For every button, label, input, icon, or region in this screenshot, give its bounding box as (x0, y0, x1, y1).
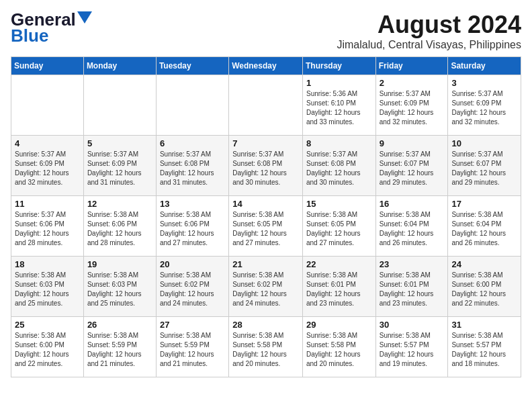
day-number: 12 (87, 199, 152, 209)
day-header-tuesday: Tuesday (156, 57, 228, 75)
day-number: 31 (451, 320, 517, 330)
calendar-cell: 18Sunrise: 5:38 AM Sunset: 6:03 PM Dayli… (11, 257, 84, 317)
day-number: 22 (306, 259, 372, 269)
calendar-cell: 11Sunrise: 5:37 AM Sunset: 6:06 PM Dayli… (11, 196, 84, 257)
day-info: Sunrise: 5:37 AM Sunset: 6:09 PM Dayligh… (451, 89, 517, 127)
day-info: Sunrise: 5:38 AM Sunset: 5:58 PM Dayligh… (306, 331, 372, 369)
calendar-cell: 30Sunrise: 5:38 AM Sunset: 5:57 PM Dayli… (375, 317, 448, 377)
day-info: Sunrise: 5:38 AM Sunset: 5:59 PM Dayligh… (160, 331, 225, 369)
calendar-cell: 13Sunrise: 5:38 AM Sunset: 6:06 PM Dayli… (156, 196, 228, 257)
day-number: 5 (87, 138, 152, 148)
calendar-cell: 26Sunrise: 5:38 AM Sunset: 5:59 PM Dayli… (83, 317, 156, 377)
day-number: 1 (306, 78, 372, 88)
day-info: Sunrise: 5:38 AM Sunset: 6:03 PM Dayligh… (15, 271, 80, 308)
day-number: 21 (232, 259, 299, 269)
day-number: 9 (380, 138, 445, 148)
logo-arrow-icon (77, 11, 92, 24)
calendar-week-row: 11Sunrise: 5:37 AM Sunset: 6:06 PM Dayli… (11, 196, 521, 257)
day-header-friday: Friday (375, 57, 448, 75)
calendar-cell: 25Sunrise: 5:38 AM Sunset: 6:00 PM Dayli… (11, 317, 84, 377)
day-number: 8 (306, 138, 372, 148)
title-block: August 2024 Jimalalud, Central Visayas, … (337, 11, 521, 51)
day-number: 6 (160, 138, 225, 148)
day-info: Sunrise: 5:36 AM Sunset: 6:10 PM Dayligh… (306, 89, 372, 127)
day-number: 15 (306, 199, 372, 209)
day-info: Sunrise: 5:37 AM Sunset: 6:07 PM Dayligh… (451, 150, 517, 187)
day-number: 30 (380, 320, 445, 330)
calendar-cell: 4Sunrise: 5:37 AM Sunset: 6:09 PM Daylig… (11, 136, 84, 196)
day-info: Sunrise: 5:37 AM Sunset: 6:09 PM Dayligh… (87, 150, 152, 187)
day-info: Sunrise: 5:38 AM Sunset: 6:06 PM Dayligh… (87, 210, 152, 248)
calendar-cell: 16Sunrise: 5:38 AM Sunset: 6:04 PM Dayli… (375, 196, 448, 257)
page-title: August 2024 (337, 11, 521, 39)
calendar-header-row: SundayMondayTuesdayWednesdayThursdayFrid… (11, 57, 521, 75)
day-number: 29 (306, 320, 372, 330)
day-info: Sunrise: 5:38 AM Sunset: 6:00 PM Dayligh… (15, 331, 80, 369)
calendar-cell: 7Sunrise: 5:37 AM Sunset: 6:08 PM Daylig… (229, 136, 303, 196)
calendar-cell: 17Sunrise: 5:38 AM Sunset: 6:04 PM Dayli… (448, 196, 521, 257)
calendar-cell: 21Sunrise: 5:38 AM Sunset: 6:02 PM Dayli… (229, 257, 303, 317)
day-info: Sunrise: 5:38 AM Sunset: 5:58 PM Dayligh… (232, 331, 299, 369)
calendar-cell: 19Sunrise: 5:38 AM Sunset: 6:03 PM Dayli… (83, 257, 156, 317)
day-info: Sunrise: 5:38 AM Sunset: 6:05 PM Dayligh… (232, 210, 299, 248)
day-number: 16 (380, 199, 445, 209)
calendar-cell: 3Sunrise: 5:37 AM Sunset: 6:09 PM Daylig… (448, 75, 521, 136)
day-info: Sunrise: 5:37 AM Sunset: 6:08 PM Dayligh… (160, 150, 225, 187)
page-subtitle: Jimalalud, Central Visayas, Philippines (337, 39, 521, 51)
day-number: 28 (232, 320, 299, 330)
day-number: 25 (15, 320, 80, 330)
calendar-cell: 9Sunrise: 5:37 AM Sunset: 6:07 PM Daylig… (375, 136, 448, 196)
day-info: Sunrise: 5:38 AM Sunset: 5:57 PM Dayligh… (451, 331, 517, 369)
day-info: Sunrise: 5:38 AM Sunset: 5:57 PM Dayligh… (380, 331, 445, 369)
day-info: Sunrise: 5:38 AM Sunset: 6:04 PM Dayligh… (380, 210, 445, 248)
day-number: 2 (380, 78, 445, 88)
day-info: Sunrise: 5:37 AM Sunset: 6:08 PM Dayligh… (306, 150, 372, 187)
day-header-monday: Monday (83, 57, 156, 75)
day-info: Sunrise: 5:38 AM Sunset: 6:02 PM Dayligh… (160, 271, 225, 308)
calendar-table: SundayMondayTuesdayWednesdayThursdayFrid… (11, 56, 521, 377)
day-number: 19 (87, 259, 152, 269)
calendar-cell: 27Sunrise: 5:38 AM Sunset: 5:59 PM Dayli… (156, 317, 228, 377)
day-number: 10 (451, 138, 517, 148)
calendar-cell: 24Sunrise: 5:38 AM Sunset: 6:00 PM Dayli… (448, 257, 521, 317)
calendar-week-row: 18Sunrise: 5:38 AM Sunset: 6:03 PM Dayli… (11, 257, 521, 317)
calendar-cell: 22Sunrise: 5:38 AM Sunset: 6:01 PM Dayli… (302, 257, 375, 317)
calendar-cell: 8Sunrise: 5:37 AM Sunset: 6:08 PM Daylig… (302, 136, 375, 196)
day-header-wednesday: Wednesday (229, 57, 303, 75)
calendar-cell (11, 75, 84, 136)
calendar-cell: 5Sunrise: 5:37 AM Sunset: 6:09 PM Daylig… (83, 136, 156, 196)
day-info: Sunrise: 5:37 AM Sunset: 6:08 PM Dayligh… (232, 150, 299, 187)
day-info: Sunrise: 5:38 AM Sunset: 6:03 PM Dayligh… (87, 271, 152, 308)
calendar-week-row: 1Sunrise: 5:36 AM Sunset: 6:10 PM Daylig… (11, 75, 521, 136)
day-info: Sunrise: 5:38 AM Sunset: 6:01 PM Dayligh… (380, 271, 445, 308)
calendar-cell: 15Sunrise: 5:38 AM Sunset: 6:05 PM Dayli… (302, 196, 375, 257)
day-header-saturday: Saturday (448, 57, 521, 75)
page-header: General Blue August 2024 Jimalalud, Cent… (11, 11, 521, 51)
day-number: 4 (15, 138, 80, 148)
calendar-cell (229, 75, 303, 136)
day-number: 26 (87, 320, 152, 330)
calendar-week-row: 4Sunrise: 5:37 AM Sunset: 6:09 PM Daylig… (11, 136, 521, 196)
calendar-cell: 20Sunrise: 5:38 AM Sunset: 6:02 PM Dayli… (156, 257, 228, 317)
calendar-week-row: 25Sunrise: 5:38 AM Sunset: 6:00 PM Dayli… (11, 317, 521, 377)
day-info: Sunrise: 5:38 AM Sunset: 6:06 PM Dayligh… (160, 210, 225, 248)
day-number: 17 (451, 199, 517, 209)
calendar-cell (83, 75, 156, 136)
day-number: 14 (232, 199, 299, 209)
day-header-thursday: Thursday (302, 57, 375, 75)
day-header-sunday: Sunday (11, 57, 84, 75)
day-info: Sunrise: 5:38 AM Sunset: 6:01 PM Dayligh… (306, 271, 372, 308)
calendar-cell: 31Sunrise: 5:38 AM Sunset: 5:57 PM Dayli… (448, 317, 521, 377)
day-number: 27 (160, 320, 225, 330)
logo-blue: Blue (11, 26, 48, 46)
calendar-cell: 6Sunrise: 5:37 AM Sunset: 6:08 PM Daylig… (156, 136, 228, 196)
calendar-cell: 29Sunrise: 5:38 AM Sunset: 5:58 PM Dayli… (302, 317, 375, 377)
day-info: Sunrise: 5:38 AM Sunset: 6:04 PM Dayligh… (451, 210, 517, 248)
day-number: 23 (380, 259, 445, 269)
day-info: Sunrise: 5:38 AM Sunset: 5:59 PM Dayligh… (87, 331, 152, 369)
day-number: 3 (451, 78, 517, 88)
calendar-cell: 14Sunrise: 5:38 AM Sunset: 6:05 PM Dayli… (229, 196, 303, 257)
day-number: 7 (232, 138, 299, 148)
day-number: 18 (15, 259, 80, 269)
calendar-cell: 12Sunrise: 5:38 AM Sunset: 6:06 PM Dayli… (83, 196, 156, 257)
